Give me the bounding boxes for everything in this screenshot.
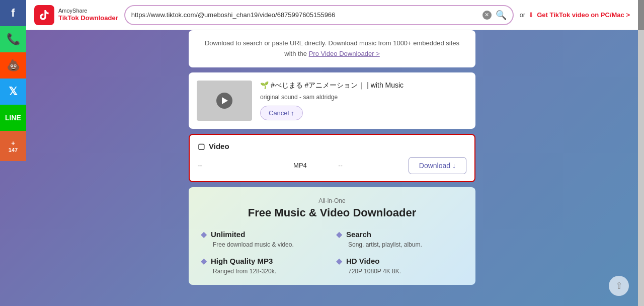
- promo-feature-item: ◆ High Quality MP3 Ranged from 128-320k.: [201, 256, 328, 275]
- download-label: Download ↓: [419, 162, 456, 170]
- search-input[interactable]: [131, 11, 478, 19]
- download-button[interactable]: Download ↓: [409, 157, 466, 174]
- section-header: ▢ Video: [198, 142, 466, 151]
- promo-feature-item: ◆ Unlimited Free download music & video.: [201, 230, 328, 248]
- promo-feature-item: ◆ HD Video 720P 1080P 4K 8K.: [336, 256, 463, 275]
- logo-text: AmoyShare TikTok Downloader: [58, 8, 118, 22]
- promo-features: ◆ Unlimited Free download music & video.…: [201, 230, 463, 275]
- reddit-icon: 💩: [7, 59, 20, 72]
- get-tiktok-link[interactable]: Get TikTok video on PC/Mac >: [537, 11, 630, 19]
- feature-desc: 720P 1080P 4K 8K.: [336, 268, 463, 275]
- feature-desc: Free download music & video.: [201, 241, 328, 248]
- promo-subtitle: All-in-One: [201, 197, 463, 204]
- facebook-icon: f: [11, 7, 15, 20]
- feature-name: High Quality MP3: [211, 257, 273, 265]
- app-name: AmoyShare: [58, 8, 118, 14]
- scrollbar[interactable]: [638, 0, 644, 306]
- dash-col-1: --: [198, 162, 262, 169]
- twitter-icon: 𝕏: [9, 85, 18, 98]
- feature-header: ◆ High Quality MP3: [201, 256, 328, 266]
- whatsapp-share-button[interactable]: 📞: [0, 26, 26, 52]
- line-share-button[interactable]: LINE: [0, 105, 26, 131]
- video-title: 🌱 #べじまる #アニメーション｜ | with Music: [260, 81, 467, 91]
- feature-header: ◆ HD Video: [336, 256, 463, 266]
- plus-icon: +: [11, 139, 15, 147]
- promo-title: Free Music & Video Downloader: [201, 206, 463, 219]
- video-card: 🌱 #べじまる #アニメーション｜ | with Music original …: [189, 72, 475, 129]
- share-count: 147: [9, 147, 18, 153]
- feature-name: Search: [346, 230, 371, 239]
- facebook-share-button[interactable]: f: [0, 0, 26, 26]
- video-section-icon: ▢: [198, 142, 205, 151]
- social-sidebar: f 📞 💩 𝕏 LINE + 147: [0, 0, 26, 306]
- app-subtitle: TikTok Downloader: [58, 14, 118, 22]
- video-thumbnail: [197, 81, 252, 121]
- promo-card: All-in-One Free Music & Video Downloader…: [189, 187, 475, 285]
- diamond-icon: ◆: [201, 230, 207, 239]
- download-row: -- MP4 -- Download ↓: [198, 157, 466, 174]
- top-card: Download to search or paste URL directly…: [189, 30, 475, 67]
- diamond-icon: ◆: [336, 256, 342, 266]
- reddit-share-button[interactable]: 💩: [0, 52, 26, 79]
- whatsapp-icon: 📞: [7, 33, 20, 46]
- scroll-to-top-button[interactable]: ⇧: [609, 276, 629, 296]
- diamond-icon: ◆: [336, 230, 342, 239]
- cancel-label: Cancel ↑: [269, 109, 294, 117]
- video-subtitle: original sound - sam aldridge: [260, 94, 467, 101]
- feature-name: Unlimited: [211, 230, 245, 239]
- video-info: 🌱 #べじまる #アニメーション｜ | with Music original …: [260, 81, 467, 120]
- play-icon: [216, 93, 232, 109]
- header: AmoyShare TikTok Downloader ✕ 🔍 or ⇓ Get…: [26, 0, 638, 30]
- twitter-share-button[interactable]: 𝕏: [0, 79, 26, 105]
- pro-video-downloader-link[interactable]: Pro Video Downloader >: [309, 50, 380, 57]
- section-title: Video: [209, 142, 229, 150]
- or-text: or: [520, 11, 526, 19]
- scrollbar-thumb[interactable]: [638, 0, 644, 30]
- diamond-icon: ◆: [201, 256, 207, 266]
- feature-header: ◆ Search: [336, 230, 463, 239]
- search-button[interactable]: 🔍: [496, 10, 507, 21]
- line-icon: LINE: [5, 114, 21, 122]
- dash-col-2: --: [338, 162, 403, 169]
- feature-desc: Song, artist, playlist, album.: [336, 241, 463, 248]
- header-right: or ⇓ Get TikTok video on PC/Mac >: [520, 11, 630, 19]
- search-bar: ✕ 🔍: [124, 5, 514, 25]
- download-section: ▢ Video -- MP4 -- Download ↓: [189, 134, 475, 182]
- more-share-button[interactable]: + 147: [0, 131, 26, 161]
- app-logo-icon: [34, 5, 54, 25]
- feature-desc: Ranged from 128-320k.: [201, 268, 328, 275]
- main-content: Download to search or paste URL directly…: [26, 30, 638, 306]
- logo-area: AmoyShare TikTok Downloader: [34, 5, 118, 25]
- promo-feature-item: ◆ Search Song, artist, playlist, album.: [336, 230, 463, 248]
- download-icon: ⇓: [528, 11, 534, 19]
- clear-button[interactable]: ✕: [482, 11, 492, 20]
- format-col: MP4: [268, 162, 333, 169]
- feature-header: ◆ Unlimited: [201, 230, 328, 239]
- cancel-button[interactable]: Cancel ↑: [260, 106, 303, 120]
- feature-name: HD Video: [346, 257, 379, 265]
